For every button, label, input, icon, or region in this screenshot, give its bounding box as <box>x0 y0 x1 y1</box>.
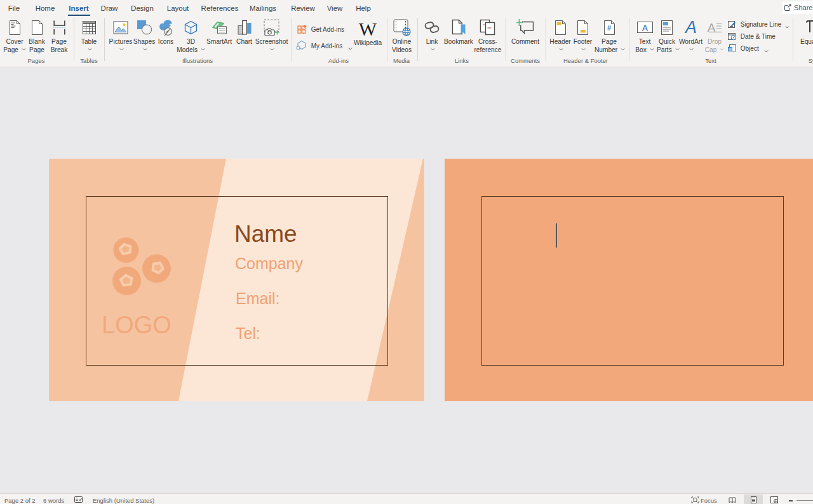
svg-text:A: A <box>642 23 648 33</box>
svg-text:#: # <box>607 24 610 32</box>
svg-text:A: A <box>683 20 696 36</box>
